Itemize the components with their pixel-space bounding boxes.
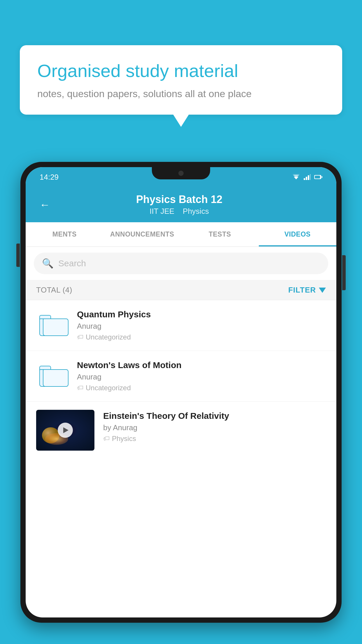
video-title: Newton's Laws of Motion [77,360,326,370]
svg-rect-8 [315,176,320,178]
svg-rect-5 [308,175,309,180]
tab-announcements[interactable]: ANNOUNCEMENTS [103,222,181,246]
video-author: by Anurag [103,423,326,432]
total-count: TOTAL (4) [36,286,72,295]
folder-icon [39,315,65,336]
video-info: Newton's Laws of Motion Anurag 🏷 Uncateg… [77,360,326,392]
filter-icon [319,288,326,293]
search-container: 🔍 Search [26,247,336,280]
play-button[interactable] [58,423,73,438]
app-header: ← Physics Batch 12 IIT JEE Physics [26,187,336,222]
header-title-group: Physics Batch 12 IIT JEE Physics [58,193,300,216]
speech-bubble-card: Organised study material notes, question… [20,45,342,115]
video-title: Einstein's Theory Of Relativity [103,411,326,421]
header-subtitle: IIT JEE Physics [58,207,300,216]
phone-container: 14:29 [20,162,342,644]
status-time: 14:29 [40,173,59,182]
tabs-bar: MENTS ANNOUNCEMENTS TESTS VIDEOS [26,222,336,247]
tab-tests[interactable]: TESTS [181,222,259,246]
list-item[interactable]: Einstein's Theory Of Relativity by Anura… [26,402,336,459]
tag-icon: 🏷 [103,435,110,442]
camera-dot [178,171,184,176]
video-thumbnail [36,410,94,451]
folder-thumbnail [36,363,68,389]
status-bar: 14:29 [26,167,336,187]
status-icons [292,174,322,180]
header-subtitle-physics: Physics [183,207,209,216]
tab-ments[interactable]: MENTS [26,222,103,246]
folder-icon [39,366,65,387]
video-list: Quantum Physics Anurag 🏷 Uncategorized [26,300,336,459]
list-item[interactable]: Newton's Laws of Motion Anurag 🏷 Uncateg… [26,351,336,402]
signal-icon [304,174,311,180]
wifi-icon [292,174,300,180]
video-tag: 🏷 Uncategorized [77,333,326,341]
speech-bubble-section: Organised study material notes, question… [20,45,342,115]
video-info: Quantum Physics Anurag 🏷 Uncategorized [77,309,326,341]
header-subtitle-iit: IIT JEE [150,207,174,216]
svg-rect-4 [306,177,307,180]
svg-rect-3 [304,178,305,180]
svg-rect-9 [321,176,322,178]
tab-videos[interactable]: VIDEOS [259,222,337,246]
phone-outer: 14:29 [20,162,342,623]
battery-icon [314,174,322,180]
video-tag: 🏷 Uncategorized [77,384,326,392]
list-item[interactable]: Quantum Physics Anurag 🏷 Uncategorized [26,300,336,351]
tag-icon: 🏷 [77,333,83,341]
svg-rect-6 [310,174,311,180]
filter-button[interactable]: FILTER [288,286,326,295]
search-placeholder: Search [58,258,86,268]
header-title: Physics Batch 12 [58,193,300,206]
play-icon [63,427,68,433]
video-info: Einstein's Theory Of Relativity by Anura… [103,410,326,443]
video-tag: 🏷 Physics [103,435,326,443]
phone-inner: 14:29 [26,167,336,617]
speech-bubble-subtext: notes, question papers, solutions all at… [37,88,325,99]
speech-bubble-headline: Organised study material [37,60,325,81]
notch [152,167,210,179]
search-icon: 🔍 [42,258,54,269]
video-author: Anurag [77,322,326,331]
tag-icon: 🏷 [77,384,83,392]
video-title: Quantum Physics [77,309,326,319]
filter-bar: TOTAL (4) FILTER [26,280,336,300]
video-author: Anurag [77,372,326,382]
folder-thumbnail [36,313,68,338]
back-button[interactable]: ← [40,199,50,211]
search-bar[interactable]: 🔍 Search [34,253,328,274]
